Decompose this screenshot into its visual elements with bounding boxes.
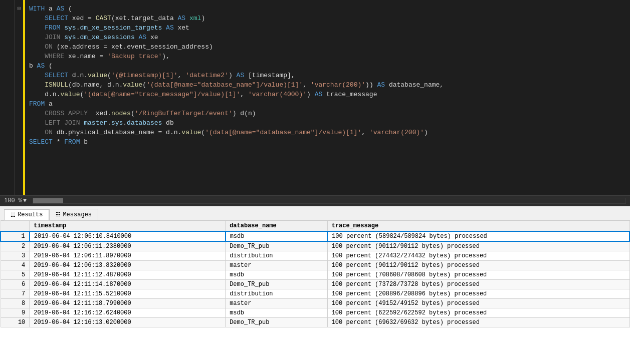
cell-timestamp: 2019-06-04 12:11:14.1870000 xyxy=(30,280,226,289)
cell-database_name: msdb xyxy=(226,308,328,318)
zoom-dropdown-icon[interactable]: ▼ xyxy=(23,197,27,204)
status-bar: 100 % ▼ xyxy=(0,195,630,206)
cell-timestamp: 2019-06-04 12:06:10.8410000 xyxy=(30,231,226,241)
cell-trace_message: 100 percent (622592/622592 bytes) proces… xyxy=(327,308,629,318)
messages-icon: ☷ xyxy=(56,211,61,218)
table-header-row: timestamp database_name trace_message xyxy=(1,221,629,232)
cell-trace_message: 100 percent (274432/274432 bytes) proces… xyxy=(327,251,629,261)
cell-database_name: Demo_TR_pub xyxy=(226,318,328,327)
tab-results[interactable]: ☷ Results xyxy=(4,209,49,220)
cell-trace_message: 100 percent (49152/49152 bytes) processe… xyxy=(327,299,629,308)
table-row: 22019-06-04 12:06:11.2380000Demo_TR_pub1… xyxy=(1,241,629,251)
table-body: 12019-06-04 12:06:10.8410000msdb100 perc… xyxy=(1,231,629,327)
cell-trace_message: 100 percent (708608/708608 bytes) proces… xyxy=(327,270,629,280)
cell-trace_message: 100 percent (589824/589824 bytes) proces… xyxy=(327,231,629,241)
row-number-cell: 8 xyxy=(1,299,30,308)
table-row: 52019-06-04 12:11:12.4870000msdb100 perc… xyxy=(1,270,629,280)
results-tabs: ☷ Results ☷ Messages xyxy=(0,206,630,220)
cell-database_name: msdb xyxy=(226,270,328,280)
results-table: timestamp database_name trace_message 12… xyxy=(0,220,630,327)
cell-timestamp: 2019-06-04 12:06:11.2380000 xyxy=(30,241,226,251)
cell-trace_message: 100 percent (69632/69632 bytes) processe… xyxy=(327,318,629,327)
cell-timestamp: 2019-06-04 12:06:13.8320000 xyxy=(30,261,226,270)
tab-messages[interactable]: ☷ Messages xyxy=(49,209,98,220)
cell-timestamp: 2019-06-04 12:06:11.8970000 xyxy=(30,251,226,261)
row-number-cell: 10 xyxy=(1,318,30,327)
row-number-cell: 7 xyxy=(1,289,30,299)
results-area: ☷ Results ☷ Messages timestamp database_… xyxy=(0,206,630,364)
results-grid-icon: ☷ xyxy=(11,212,16,218)
sql-editor[interactable]: ⊟ WITH a AS ( SELECT xed = CAST(xet.targ… xyxy=(0,0,630,195)
zoom-display: 100 % ▼ xyxy=(4,197,27,204)
cell-database_name: master xyxy=(226,261,328,270)
row-number-cell: 3 xyxy=(1,251,30,261)
code-content[interactable]: WITH a AS ( SELECT xed = CAST(xet.target… xyxy=(25,0,630,195)
cell-trace_message: 100 percent (90112/90112 bytes) processe… xyxy=(327,261,629,270)
results-table-wrapper[interactable]: timestamp database_name trace_message 12… xyxy=(0,220,630,364)
col-trace-message: trace_message xyxy=(327,221,629,232)
cell-database_name: msdb xyxy=(226,231,328,241)
table-row: 62019-06-04 12:11:14.1870000Demo_TR_pub1… xyxy=(1,280,629,289)
table-row: 42019-06-04 12:06:13.8320000master100 pe… xyxy=(1,261,629,270)
cell-timestamp: 2019-06-04 12:11:15.5210000 xyxy=(30,289,226,299)
line-numbers xyxy=(0,0,15,195)
cell-timestamp: 2019-06-04 12:11:12.4870000 xyxy=(30,270,226,280)
cell-database_name: Demo_TR_pub xyxy=(226,280,328,289)
collapse-gutter: ⊟ xyxy=(15,0,23,195)
cell-timestamp: 2019-06-04 12:11:18.7990000 xyxy=(30,299,226,308)
table-row: 102019-06-04 12:16:13.0200000Demo_TR_pub… xyxy=(1,318,629,327)
cell-database_name: distribution xyxy=(226,251,328,261)
col-rownum xyxy=(1,221,30,232)
table-row: 72019-06-04 12:11:15.5210000distribution… xyxy=(1,289,629,299)
col-database-name: database_name xyxy=(226,221,328,232)
cell-trace_message: 100 percent (90112/90112 bytes) processe… xyxy=(327,241,629,251)
cell-database_name: distribution xyxy=(226,289,328,299)
cell-timestamp: 2019-06-04 12:16:12.6240000 xyxy=(30,308,226,318)
row-number-cell: 1 xyxy=(1,231,30,241)
results-tab-label: Results xyxy=(18,211,43,218)
table-row: 92019-06-04 12:16:12.6240000msdb100 perc… xyxy=(1,308,629,318)
messages-tab-label: Messages xyxy=(63,211,92,218)
table-row: 12019-06-04 12:06:10.8410000msdb100 perc… xyxy=(1,231,629,241)
table-row: 82019-06-04 12:11:18.7990000master100 pe… xyxy=(1,299,629,308)
scrollbar-thumb[interactable] xyxy=(33,198,63,203)
table-row: 32019-06-04 12:06:11.8970000distribution… xyxy=(1,251,629,261)
row-number-cell: 5 xyxy=(1,270,30,280)
row-number-cell: 2 xyxy=(1,241,30,251)
row-number-cell: 4 xyxy=(1,261,30,270)
row-number-cell: 9 xyxy=(1,308,30,318)
col-timestamp: timestamp xyxy=(30,221,226,232)
cell-database_name: Demo_TR_pub xyxy=(226,241,328,251)
zoom-label: 100 % xyxy=(4,197,22,204)
cell-database_name: master xyxy=(226,299,328,308)
horizontal-scrollbar[interactable] xyxy=(33,198,626,204)
row-number-cell: 6 xyxy=(1,280,30,289)
cell-trace_message: 100 percent (73728/73728 bytes) processe… xyxy=(327,280,629,289)
cell-trace_message: 100 percent (208896/208896 bytes) proces… xyxy=(327,289,629,299)
cell-timestamp: 2019-06-04 12:16:13.0200000 xyxy=(30,318,226,327)
